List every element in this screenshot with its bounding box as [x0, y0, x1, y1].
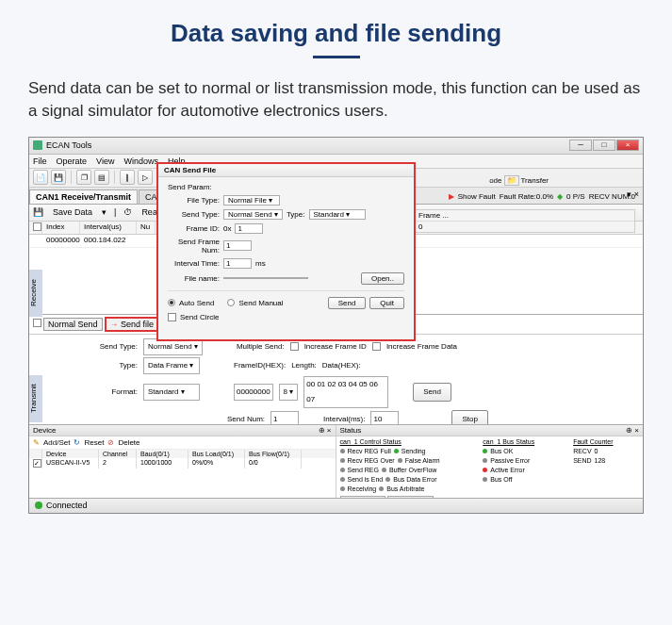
dlg-file-type-select[interactable]: Normal File ▾: [223, 195, 280, 206]
menu-view[interactable]: View: [96, 156, 114, 166]
dlg-interval-time-input[interactable]: 1: [223, 258, 252, 269]
dlg-open-button[interactable]: Open..: [361, 272, 404, 285]
save-data-dropdown[interactable]: Save Data: [51, 206, 94, 218]
frame-box: Frame ... 0: [414, 209, 635, 233]
dlg-file-name-input[interactable]: [223, 277, 308, 279]
inc-frame-id-checkbox[interactable]: [290, 342, 299, 351]
cell-index: 00000000: [42, 235, 80, 247]
dlg-send-circle-checkbox[interactable]: [168, 313, 176, 321]
pps-value: 0 P/S: [566, 192, 585, 201]
status-active-error: Active Error: [490, 466, 525, 475]
dlg-quit-button[interactable]: Quit: [369, 297, 404, 309]
play-icon[interactable]: ▷: [138, 170, 153, 185]
normal-send-button[interactable]: Normal Send: [43, 318, 103, 331]
dev-col-busflow: Bus Flow(0/1): [245, 450, 302, 458]
status-bus-ok: Bus OK: [490, 447, 513, 456]
transfer-label[interactable]: Transfer: [521, 176, 549, 185]
data-input[interactable]: 00 01 02 03 04 05 06 07: [303, 376, 388, 408]
device-title: Device: [33, 426, 56, 435]
dlg-frame-id-input[interactable]: 1: [235, 223, 263, 234]
dlg-send-button[interactable]: Send: [328, 297, 367, 309]
reset-button[interactable]: Reset: [84, 438, 104, 447]
status-send-label: SEND: [573, 456, 591, 466]
menu-windows[interactable]: Windows: [123, 156, 158, 166]
device-pin-icon[interactable]: ⊕ ×: [319, 426, 332, 435]
dlg-send-manual-label: Send Manual: [238, 299, 283, 307]
fault-rate: Fault Rate:0.0%: [500, 192, 553, 201]
cell-interval: 000.184.022: [80, 235, 137, 247]
page-title: Data saving and file sending: [0, 0, 672, 56]
col-interval: Interval(us): [80, 222, 137, 234]
dlg-type-select[interactable]: Standard ▾: [309, 209, 366, 220]
dlg-send-frame-num-input[interactable]: 1: [223, 240, 252, 251]
can-send-file-dialog: CAN Send File Send Param: File Type: Nor…: [156, 162, 416, 341]
menu-operate[interactable]: Operate: [57, 156, 88, 166]
length-select[interactable]: 8 ▾: [279, 384, 299, 401]
format-label: Format:: [86, 385, 138, 400]
bottom-panel: Device ⊕ × ✎Add/Set ↻Reset ⊘Delete Devic…: [29, 424, 643, 498]
status-recv-label: RECV: [573, 447, 591, 456]
receive-side-tab[interactable]: Receive: [29, 270, 42, 317]
menu-file[interactable]: File: [33, 156, 47, 166]
new-icon[interactable]: 📄: [33, 170, 48, 185]
tile-icon[interactable]: ▤: [94, 170, 109, 185]
dev-col-baud: Baud(0/1): [137, 450, 188, 458]
type-select[interactable]: Data Frame ▾: [143, 357, 200, 374]
status-bus-off: Bus Off: [490, 475, 512, 485]
transmit-side-tab[interactable]: Transmit: [29, 375, 42, 422]
dev-col-busload: Bus Load(0/1): [188, 450, 245, 458]
save-icon[interactable]: 💾: [51, 170, 66, 185]
app-icon: [33, 140, 42, 150]
select-all-checkbox[interactable]: [33, 222, 41, 231]
inc-frame-data-checkbox[interactable]: [372, 342, 381, 351]
send-type-label: Send Type:: [86, 339, 138, 354]
frameid-input[interactable]: 00000000: [234, 384, 273, 401]
status-title: Status: [340, 426, 362, 435]
connection-dot-icon: [35, 502, 42, 509]
dlg-send-manual-radio[interactable]: [227, 299, 235, 306]
dev-row-busflow: 0/0: [245, 458, 302, 469]
frameid-hex-label: FrameID(HEX):: [234, 358, 286, 373]
dialog-title: CAN Send File: [158, 164, 414, 177]
addset-button[interactable]: Add/Set: [43, 438, 70, 447]
device-panel: Device ⊕ × ✎Add/Set ↻Reset ⊘Delete Devic…: [29, 425, 336, 498]
status-recv-reg-over: Recv REG Over: [348, 456, 395, 466]
col-nu: Nu: [137, 222, 156, 234]
close-button[interactable]: ×: [616, 140, 639, 151]
dlg-file-type-label: File Type:: [168, 196, 220, 205]
dlg-type-label: Type:: [287, 210, 305, 219]
maximize-button[interactable]: □: [593, 140, 615, 151]
dev-col-channel: Channel: [99, 450, 137, 458]
format-select[interactable]: Standard ▾: [143, 384, 200, 401]
dlg-frame-id-label: Frame ID:: [168, 224, 220, 233]
status-col3-title: Fault Counter: [573, 438, 639, 445]
send-file-button[interactable]: → Send file: [105, 317, 160, 332]
dlg-send-type-select[interactable]: Normal Send ▾: [223, 209, 283, 220]
mode-label: ode: [489, 176, 501, 185]
send-button[interactable]: Send: [413, 383, 451, 402]
statusbar: Connected: [29, 498, 643, 513]
minimize-button[interactable]: ─: [569, 140, 592, 151]
dlg-auto-send-radio[interactable]: [168, 299, 175, 306]
multiple-send-label: Multiple Send:: [237, 339, 285, 354]
pause-icon[interactable]: ∥: [120, 170, 135, 185]
window-icon[interactable]: ❐: [76, 170, 91, 185]
status-recv-reg-full: Recv REG Full: [348, 447, 391, 456]
status-panel: Status ⊕ × can_1 Control Status Recv REG…: [336, 425, 644, 498]
tab-can1[interactable]: CAN1 Receive/Transmit: [29, 189, 138, 204]
transfer-icon[interactable]: 📁: [504, 175, 519, 186]
delete-button[interactable]: Delete: [118, 438, 139, 447]
status-receiving: Receiving: [348, 485, 377, 494]
status-pin-icon[interactable]: ⊕ ×: [626, 426, 639, 435]
normal-send-checkbox[interactable]: [33, 319, 41, 327]
reset-icon: ↻: [74, 438, 80, 447]
device-row-checkbox[interactable]: ✓: [33, 459, 41, 468]
col-index: Index: [42, 222, 80, 234]
dlg-send-type-label: Send Type:: [168, 210, 220, 219]
dlg-ms-label: ms: [255, 259, 266, 268]
frame-value: 0: [415, 222, 634, 232]
dev-row-channel: 2: [99, 458, 137, 469]
dlg-send-frame-num-label: Send Frame Num:: [168, 238, 220, 255]
show-fault-button[interactable]: Show Fault: [458, 192, 496, 201]
page-description: Send data can be set to normal or list t…: [0, 77, 672, 137]
